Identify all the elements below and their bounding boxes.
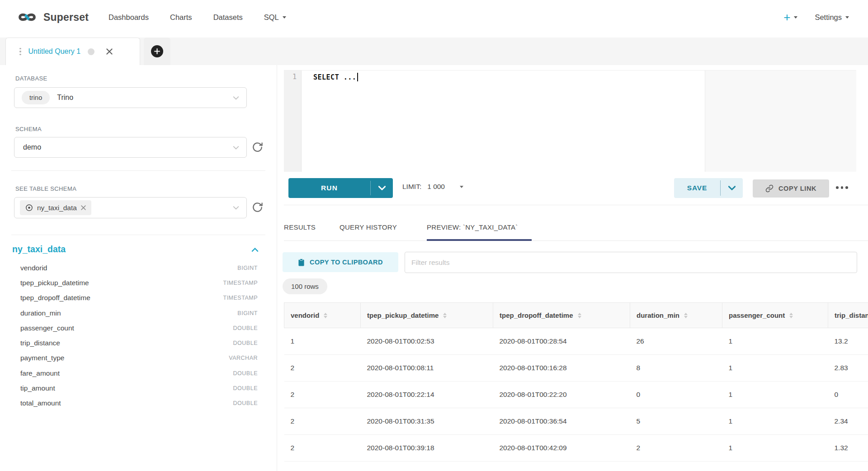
sort-icon — [443, 313, 447, 318]
nav-item-dashboards[interactable]: Dashboards — [108, 13, 149, 22]
column-row: passenger_count DOUBLE — [0, 320, 276, 335]
limit-value: 1 000 — [427, 183, 445, 191]
column-header-passenger[interactable]: passenger_count — [722, 303, 828, 328]
divider — [11, 235, 265, 235]
drag-handle-icon[interactable] — [19, 48, 21, 56]
chevron-down-icon — [794, 16, 797, 19]
more-options-icon[interactable] — [836, 186, 848, 189]
database-badge: trino — [22, 91, 50, 104]
column-header-distance[interactable]: trip_distance — [828, 303, 868, 328]
superset-logo[interactable]: Superset — [17, 11, 89, 24]
column-header-vendorid[interactable]: vendorid — [284, 303, 361, 328]
cell: 2 — [284, 355, 361, 382]
table-chip: ny_taxi_data — [20, 200, 91, 215]
tab-preview[interactable]: PREVIEW: `NY_TAXI_DATA` — [427, 223, 518, 231]
new-item-button[interactable]: + — [783, 13, 797, 22]
table-row: 2 2020-08-01T00:31:35 2020-08-01T00:36:5… — [284, 408, 868, 435]
plus-icon: + — [783, 13, 790, 22]
cell: 5 — [630, 408, 722, 435]
chevron-down-icon — [845, 16, 849, 19]
column-row: fare_amount DOUBLE — [0, 366, 276, 381]
sort-icon — [684, 313, 688, 318]
limit-dropdown[interactable]: LIMIT: 1 000 — [402, 183, 463, 191]
cell: 1 — [722, 435, 828, 462]
column-row: tpep_dropoff_datetime TIMESTAMP — [0, 291, 276, 306]
column-header-dropoff[interactable]: tpep_dropoff_datetime — [493, 303, 630, 328]
run-button[interactable]: RUN — [288, 178, 393, 198]
query-tab-label[interactable]: Untitled Query 1 — [28, 47, 81, 56]
save-button[interactable]: SAVE — [674, 178, 743, 198]
results-table: vendorid tpep_pickup_datetime tpep_dropo… — [284, 302, 868, 465]
column-header-pickup[interactable]: tpep_pickup_datetime — [361, 303, 493, 328]
query-tab-active[interactable]: Untitled Query 1 — [5, 38, 140, 65]
refresh-tables-icon[interactable] — [251, 201, 264, 213]
column-row: total_amount DOUBLE — [0, 396, 276, 411]
table-select[interactable]: ny_taxi_data — [14, 197, 247, 218]
column-name: tip_amount — [20, 384, 233, 392]
column-row: payment_type VARCHAR — [0, 351, 276, 366]
new-query-tab-button[interactable] — [144, 38, 170, 65]
code-line: SELECT ... — [313, 73, 358, 81]
cell: 26 — [630, 328, 722, 355]
clipboard-icon — [298, 259, 305, 266]
remove-table-icon[interactable] — [81, 205, 86, 210]
query-state-dot — [88, 48, 94, 55]
cell: 2 — [630, 435, 722, 462]
column-name: fare_amount — [20, 369, 233, 377]
print-margin-line — [705, 71, 705, 172]
database-value: Trino — [57, 94, 73, 102]
table-row: 2 2020-08-01T00:08:11 2020-08-01T00:16:2… — [284, 355, 868, 382]
settings-menu[interactable]: Settings — [815, 13, 849, 22]
schema-label: SCHEMA — [15, 126, 42, 132]
column-type: BIGINT — [237, 265, 258, 271]
close-tab-icon[interactable] — [106, 48, 113, 55]
schema-select[interactable]: demo — [14, 137, 247, 158]
chevron-down-icon — [233, 146, 239, 150]
column-name: tpep_pickup_datetime — [20, 279, 223, 287]
column-type: TIMESTAMP — [223, 280, 258, 286]
column-header-duration[interactable]: duration_min — [630, 303, 722, 328]
chevron-down-icon — [233, 96, 239, 100]
column-type: VARCHAR — [229, 355, 258, 361]
cell: 1 — [722, 328, 828, 355]
collapse-icon[interactable] — [251, 248, 259, 252]
sort-icon — [324, 313, 327, 318]
table-row: 2 2020-08-01T00:22:14 2020-08-01T00:22:2… — [284, 382, 868, 408]
chevron-down-icon — [460, 186, 463, 188]
cell: 2 — [284, 435, 361, 462]
column-type: DOUBLE — [233, 370, 258, 377]
tab-query-history[interactable]: QUERY HISTORY — [340, 223, 397, 231]
run-dropdown-icon[interactable] — [371, 178, 393, 198]
database-select[interactable]: trino Trino — [14, 87, 247, 108]
cell: 2020-08-01T00:22:20 — [493, 382, 630, 408]
nav-item-datasets[interactable]: Datasets — [213, 13, 243, 22]
nav-item-charts[interactable]: Charts — [170, 13, 192, 22]
copy-link-button[interactable]: COPY LINK — [753, 179, 829, 198]
cell: 1 — [722, 408, 828, 435]
column-type: BIGINT — [237, 310, 258, 316]
cell: 1 — [284, 328, 361, 355]
column-name: trip_distance — [20, 339, 233, 347]
sql-editor[interactable]: 1 SELECT ... — [284, 70, 856, 172]
column-list: vendorid BIGINT tpep_pickup_datetime TIM… — [0, 260, 276, 411]
column-type: TIMESTAMP — [223, 295, 258, 301]
nav-item-sql[interactable]: SQL — [264, 13, 286, 22]
save-dropdown-icon[interactable] — [721, 178, 743, 198]
active-tab-indicator — [427, 239, 532, 241]
filter-results-input[interactable] — [405, 252, 857, 273]
cell: 2020-08-01T00:31:35 — [361, 408, 493, 435]
editor-gutter: 1 — [284, 71, 302, 172]
left-panel: DATABASE trino Trino SCHEMA demo SEE TAB… — [0, 65, 277, 471]
cell: 1.32 — [828, 435, 868, 462]
cell: 2020-08-01T00:16:28 — [493, 355, 630, 382]
refresh-schemas-icon[interactable] — [251, 141, 264, 153]
sql-text: SELECT ... — [313, 73, 356, 81]
table-eye-icon — [25, 204, 33, 212]
tab-results[interactable]: RESULTS — [284, 223, 316, 231]
divider — [284, 205, 868, 205]
column-name: passenger_count — [20, 324, 233, 332]
table-schema-title[interactable]: ny_taxi_data — [12, 244, 66, 254]
sort-icon — [578, 313, 581, 318]
copy-to-clipboard-button[interactable]: COPY TO CLIPBOARD — [283, 252, 398, 272]
column-type: DOUBLE — [233, 340, 258, 346]
